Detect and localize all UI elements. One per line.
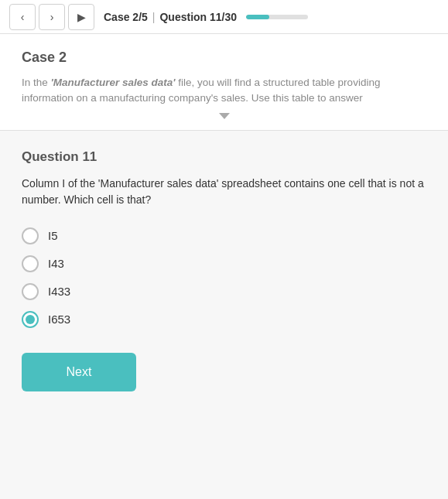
prev-button[interactable]: ‹ [9,4,36,30]
case-title: Case 2 [22,50,426,66]
next-button[interactable]: Next [22,353,136,391]
radio-I43[interactable] [22,255,39,272]
option-I653[interactable]: I653 [22,311,426,328]
radio-I653[interactable] [22,311,39,328]
nav-separator: | [152,11,156,23]
chevron-down-icon [219,113,230,119]
option-I433[interactable]: I433 [22,283,426,300]
question-title: Question 11 [22,149,426,165]
case-desc-highlight: 'Manufacturer sales data' [51,77,176,88]
progress-bar-container [246,15,308,19]
question-label: Question 11/30 [159,11,237,23]
case-description: In the 'Manufacturer sales data' file, y… [22,75,426,107]
top-nav: ‹ › ▶ Case 2/5 | Question 11/30 [0,0,448,34]
flag-button[interactable]: ▶ [68,4,94,30]
radio-inner-I653 [26,315,35,324]
case-desc-part1: In the [22,77,51,88]
options-list: I5 I43 I433 I653 [22,227,426,328]
case-section: Case 2 In the 'Manufacturer sales data' … [0,34,448,131]
expand-button[interactable] [22,107,426,122]
nav-info: Case 2/5 | Question 11/30 [104,11,439,23]
radio-I5[interactable] [22,227,39,244]
next-nav-button[interactable]: › [39,4,65,30]
radio-I433[interactable] [22,283,39,300]
case-label: Case 2/5 [104,11,148,23]
option-label-I433: I433 [48,285,70,298]
option-label-I653: I653 [48,313,70,326]
question-section: Question 11 Column I of the 'Manufacture… [0,131,448,500]
question-text: Column I of the 'Manufacturer sales data… [22,176,426,209]
option-label-I5: I5 [48,229,58,242]
option-label-I43: I43 [48,257,64,270]
option-I43[interactable]: I43 [22,255,426,272]
option-I5[interactable]: I5 [22,227,426,244]
progress-bar-fill [246,15,269,19]
app-container: ‹ › ▶ Case 2/5 | Question 11/30 Case 2 I… [0,0,448,499]
